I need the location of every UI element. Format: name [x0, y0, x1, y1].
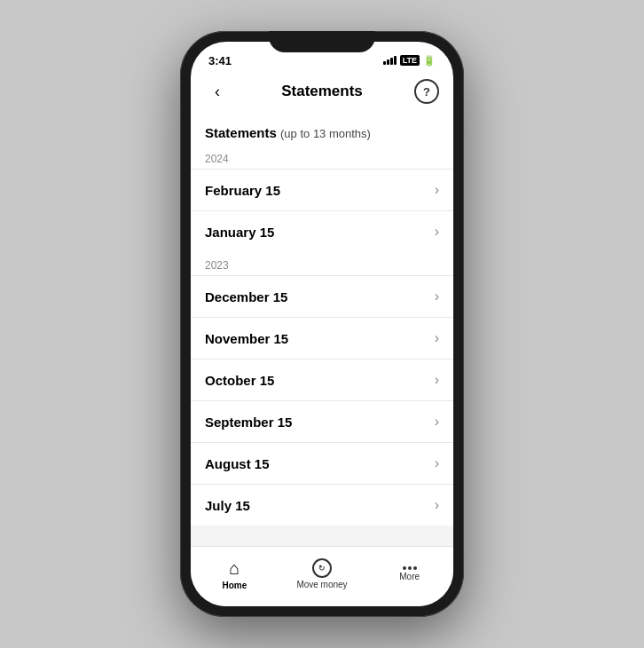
- statement-item-jul15[interactable]: July 15 ›: [191, 484, 453, 526]
- statement-label: October 15: [205, 373, 274, 388]
- chevron-right-icon: ›: [435, 288, 439, 304]
- nav-item-more[interactable]: More: [365, 547, 453, 606]
- nav-item-home[interactable]: ⌂ Home: [191, 547, 279, 606]
- nav-item-move-money[interactable]: ↻ Move money: [279, 547, 366, 606]
- statement-item-dec15[interactable]: December 15 ›: [191, 275, 453, 317]
- chevron-right-icon: ›: [435, 414, 439, 430]
- phone-notch: [269, 31, 375, 52]
- bottom-nav: ⌂ Home ↻ Move money More: [191, 546, 453, 606]
- header: ‹ Statements ?: [191, 74, 453, 113]
- statement-item-oct15[interactable]: October 15 ›: [191, 359, 453, 400]
- statement-item-aug15[interactable]: August 15 ›: [191, 442, 453, 484]
- section-subtitle: (up to 13 months): [280, 127, 371, 140]
- year-group-2024: 2024 February 15 › January 15 ›: [191, 146, 453, 252]
- statement-label: September 15: [205, 415, 292, 430]
- year-label-2024: 2024: [191, 146, 453, 169]
- statement-label: December 15: [205, 289, 287, 304]
- status-time: 3:41: [208, 54, 232, 67]
- page-title: Statements: [281, 83, 363, 100]
- statement-label: January 15: [205, 225, 274, 240]
- chevron-right-icon: ›: [435, 455, 439, 471]
- chevron-right-icon: ›: [435, 330, 439, 346]
- signal-icon: [383, 56, 397, 65]
- section-header: Statements (up to 13 months): [191, 113, 453, 146]
- statement-label: November 15: [205, 331, 288, 346]
- phone-frame: 3:41 LTE 🔋 ‹ Statements ?: [180, 31, 464, 617]
- year-label-2023: 2023: [191, 252, 453, 275]
- statement-item-feb15[interactable]: February 15 ›: [191, 169, 453, 210]
- statement-label: February 15: [205, 183, 280, 198]
- phone-screen: 3:41 LTE 🔋 ‹ Statements ?: [191, 42, 453, 606]
- status-icons: LTE 🔋: [383, 55, 436, 67]
- help-icon: ?: [423, 85, 430, 99]
- chevron-right-icon: ›: [435, 182, 439, 198]
- chevron-right-icon: ›: [435, 372, 439, 388]
- section-title: Statements: [205, 125, 277, 140]
- battery-icon: 🔋: [423, 55, 436, 67]
- home-icon: ⌂: [229, 558, 240, 579]
- back-arrow-icon: ‹: [215, 83, 220, 101]
- statement-label: July 15: [205, 498, 250, 513]
- nav-label-more: More: [399, 572, 420, 581]
- chevron-right-icon: ›: [435, 224, 439, 240]
- more-icon: [403, 566, 417, 570]
- year-group-2023: 2023 December 15 › November 15 › October…: [191, 252, 453, 526]
- lte-badge: LTE: [400, 55, 420, 66]
- statement-label: August 15: [205, 456, 270, 471]
- statement-item-jan15[interactable]: January 15 ›: [191, 210, 453, 252]
- help-button[interactable]: ?: [414, 79, 439, 104]
- content-area: Statements (up to 13 months) 2024 Februa…: [191, 113, 453, 546]
- back-button[interactable]: ‹: [205, 79, 230, 104]
- statement-item-nov15[interactable]: November 15 ›: [191, 317, 453, 359]
- move-money-icon: ↻: [312, 558, 332, 578]
- nav-label-move-money: Move money: [296, 580, 347, 589]
- nav-label-home: Home: [222, 581, 247, 590]
- chevron-right-icon: ›: [435, 497, 439, 513]
- statement-item-sep15[interactable]: September 15 ›: [191, 400, 453, 442]
